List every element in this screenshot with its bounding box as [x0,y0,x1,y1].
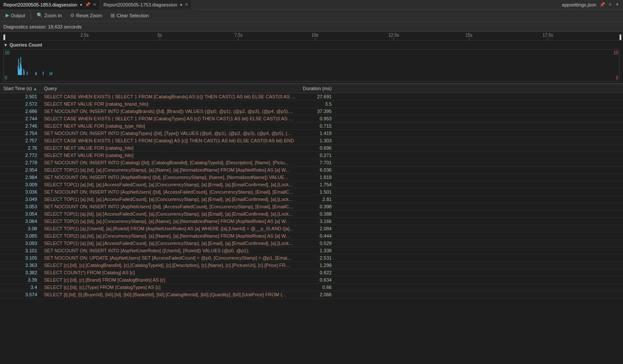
table-row[interactable]: 3.054 SELECT TOP(1) [a].[Id], [a].[Acces… [0,210,623,218]
table-row[interactable]: 2.744 SELECT CASE WHEN EXISTS ( SELECT 1… [0,115,623,122]
title-close-icon[interactable]: ✕ [608,2,612,7]
status-value: 18.633 seconds [48,24,82,29]
table-row[interactable]: 3.382 SELECT COUNT(*) FROM [Catalog] AS … [0,269,623,276]
table-row[interactable]: 2.984 SET NOCOUNT ON; INSERT INTO [AspNe… [0,174,623,181]
table-row[interactable]: 2.746 SELECT NEXT VALUE FOR [catalog_typ… [0,122,623,130]
table-row[interactable]: 3.574 SELECT [t].[Id], [t].[BuyerId], [b… [0,291,623,298]
chart-collapse-icon[interactable]: ▼ [3,43,8,47]
chart-bar [27,72,28,75]
table-row[interactable]: 2.778 SET NOCOUNT ON; INSERT INTO [Catal… [0,159,623,166]
ruler-end-marker [620,35,621,41]
table-row[interactable]: 3.093 SELECT TOP(1) [a].[Id], [a].[Acces… [0,240,623,247]
cell-duration: 1.419 [299,130,335,137]
table-row[interactable]: 2.572 SELECT NEXT VALUE FOR [catalog_bra… [0,100,623,108]
cell-time: 2.686 [0,108,41,115]
table-row[interactable]: 3.085 SELECT TOP(2) [a].[Id], [a].[Concu… [0,232,623,240]
cell-empty [335,166,623,174]
cell-query: SET NOCOUNT ON; UPDATE [AspNetUsers] SET… [41,254,299,262]
title-pin-icon[interactable]: 📌 [600,2,605,7]
clear-selection-button[interactable]: ▦ Clear Selection [107,11,153,20]
ruler-tick-label: 5s [157,33,162,38]
cell-duration: 7.701 [299,159,335,166]
cell-duration: 0.66 [299,284,335,291]
cell-empty [335,210,623,218]
cell-time: 3.093 [0,240,41,247]
cell-query: SELECT TOP(2) [a].[Id], [a].[Concurrency… [41,218,299,225]
col-header-query[interactable]: Query [41,84,299,93]
cell-empty [335,262,623,269]
cell-empty [335,93,623,100]
close-tab-1853[interactable]: ✕ [93,2,96,7]
cell-query: SELECT [c].[Id], [c].[CatalogBrandId], [… [41,262,299,269]
table-row[interactable]: 3.053 SET NOCOUNT ON; INSERT INTO [AspNe… [0,203,623,210]
table-row[interactable]: 2.754 SET NOCOUNT ON; INSERT INTO [Catal… [0,130,623,137]
cell-empty [335,240,623,247]
table-row[interactable]: 3.009 SELECT TOP(1) [a].[Id], [a].[Acces… [0,181,623,188]
cell-empty [335,100,623,108]
cell-empty [335,108,623,115]
cell-duration: 2.81 [299,196,335,203]
cell-empty [335,196,623,203]
table-row[interactable]: 2.772 SELECT NEXT VALUE FOR [catalog_hil… [0,152,623,159]
col-header-time[interactable]: Start Time (s) [0,84,41,93]
cell-query: SELECT TOP(1) [a].[Id], [a].[AccessFaile… [41,210,299,218]
cell-empty [335,122,623,130]
table-row[interactable]: 3.39 SELECT [c].[Id], [c].[Brand] FROM [… [0,276,623,284]
table-row[interactable]: 3.08 SELECT TOP(1) [a].[UserId], [a].[Ro… [0,225,623,232]
cell-empty [335,181,623,188]
table-row[interactable]: 3.4 SELECT [c].[Id], [c].[Type] FROM [Ca… [0,284,623,291]
cell-query: SELECT NEXT VALUE FOR [catalog_hilo] [41,144,299,152]
close-tab-1753[interactable]: ✕ [185,2,188,7]
table-row[interactable]: 3.105 SET NOCOUNT ON; UPDATE [AspNetUser… [0,254,623,262]
cell-duration: 2.531 [299,254,335,262]
table-row[interactable]: 2.501 SELECT CASE WHEN EXISTS ( SELECT 1… [0,93,623,100]
cell-duration: 3.166 [299,218,335,225]
table-row[interactable]: 3.064 SELECT TOP(2) [a].[Id], [a].[Concu… [0,218,623,225]
tab-report-1853[interactable]: Report20200505-1853.diagsession ● 📌 ✕ [0,0,100,9]
tab-modified-1753: ● [180,3,182,7]
table-row[interactable]: 3.363 SELECT [c].[Id], [c].[CatalogBrand… [0,262,623,269]
cell-empty [335,203,623,210]
timeline-ruler: 2.5s5s7.5s10s12.5s15s17.5s [0,32,623,41]
cell-time: 2.746 [0,122,41,130]
ruler-tick-line [547,38,548,40]
chart-title: Queries Count [9,42,42,47]
table-row[interactable]: 2.686 SET NOCOUNT ON; INSERT INTO [Catal… [0,108,623,115]
zoom-in-label: Zoom In [44,13,62,18]
output-icon: ▶ [6,13,9,18]
col-header-empty [335,84,623,93]
cell-time: 3.363 [0,262,41,269]
cell-time: 2.757 [0,137,41,144]
cell-time: 3.054 [0,210,41,218]
cell-query: SELECT TOP(1) [a].[Id], [a].[AccessFaile… [41,181,299,188]
tab-report-1753[interactable]: Report20200505-1753.diagsession ● ✕ [100,0,192,9]
table-row[interactable]: 2.954 SELECT TOP(1) [a].[Id], [a].[Concu… [0,166,623,174]
cell-empty [335,284,623,291]
ruler-tick-label: 2.5s [81,33,89,38]
pin-icon-1853[interactable]: 📌 [85,2,90,7]
ruler-ticks: 2.5s5s7.5s10s12.5s15s17.5s [3,32,620,40]
ruler-tick-line [238,38,239,40]
cell-time: 2.754 [0,130,41,137]
reset-zoom-label: Reset Zoom [76,13,102,18]
table-row[interactable]: 3.036 SET NOCOUNT ON; INSERT INTO [AspNe… [0,188,623,196]
cell-query: SELECT TOP(1) [a].[Id], [a].[Concurrency… [41,166,299,174]
table-row[interactable]: 3.101 SET NOCOUNT ON; INSERT INTO [AspNe… [0,247,623,254]
cell-time: 3.08 [0,225,41,232]
ruler-tick-15s: 15s [466,33,472,40]
zoom-in-button[interactable]: 🔍 Zoom In [33,11,66,20]
table-row[interactable]: 3.049 SELECT TOP(1) [a].[Id], [a].[Acces… [0,196,623,203]
table-container[interactable]: Start Time (s) Query Duration (ms) 2.501… [0,84,623,345]
table-row[interactable]: 2.757 SELECT CASE WHEN EXISTS ( SELECT 1… [0,137,623,144]
col-header-duration[interactable]: Duration (ms) [299,84,335,93]
reset-zoom-button[interactable]: ⊙ Reset Zoom [66,11,106,20]
table-row[interactable]: 2.76 SELECT NEXT VALUE FOR [catalog_hilo… [0,144,623,152]
reset-zoom-icon: ⊙ [70,13,74,18]
cell-query: SELECT COUNT(*) FROM [Catalog] AS [c] [41,269,299,276]
output-button[interactable]: ▶ Output [2,11,29,20]
chart-y-max-left: 10 [5,50,9,55]
title-chevron-icon[interactable]: ▼ [615,2,620,7]
clear-selection-label: Clear Selection [116,13,149,18]
ruler-tick-line [160,38,160,40]
chart-container: ▼ Queries Count 10 0 10 0 [0,41,623,84]
